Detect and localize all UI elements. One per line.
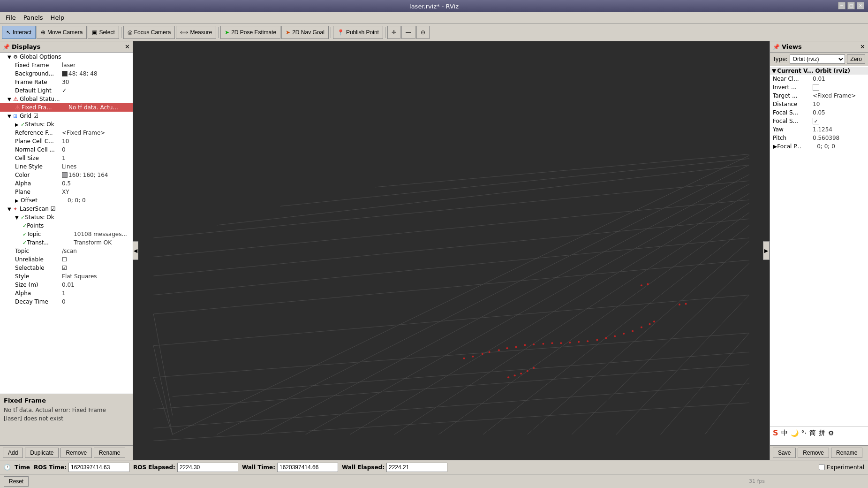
grid-offset-row[interactable]: ▶ Offset 0; 0; 0	[0, 196, 133, 205]
nav-goal-button[interactable]: ➤ 2D Nav Goal	[281, 26, 329, 39]
select-button[interactable]: ▣ Select	[88, 26, 119, 39]
laser-selectable-row[interactable]: Selectable ☑	[0, 264, 133, 272]
pitch-row[interactable]: Pitch 0.560398	[770, 134, 868, 142]
focal-shape-fixed-label: Focal S...	[773, 118, 813, 124]
maximize-button[interactable]: □	[847, 2, 855, 9]
grid-status-row[interactable]: ▶ ✓ Status: Ok	[0, 120, 133, 129]
views-type-label: Type:	[773, 56, 788, 62]
focal-point-row[interactable]: ▶ Focal P... 0; 0; 0	[770, 142, 868, 151]
titlebar-controls[interactable]: ─ □ ✕	[838, 2, 864, 9]
focal-shape-fixed-row[interactable]: Focal S...	[770, 117, 868, 125]
left-panel-collapse[interactable]: ◀	[133, 241, 138, 260]
views-type-select[interactable]: Orbit (rviz)	[790, 54, 845, 64]
ros-time-input[interactable]	[68, 463, 129, 472]
global-status-row[interactable]: ▼ ⚠ Global Statu...	[0, 95, 133, 103]
ime-moon[interactable]: 🌙	[791, 429, 799, 437]
background-row[interactable]: Background... 48; 48; 48	[0, 69, 133, 78]
menu-panels[interactable]: Panels	[20, 13, 47, 22]
views-close-icon[interactable]: ✕	[860, 43, 865, 50]
grid-alpha-row[interactable]: Alpha 0.5	[0, 179, 133, 188]
duplicate-button[interactable]: Duplicate	[25, 448, 59, 458]
grid-plane-row[interactable]: Plane XY	[0, 188, 133, 196]
focus-camera-button[interactable]: ◎ Focus Camera	[123, 26, 175, 39]
close-button[interactable]: ✕	[857, 2, 864, 9]
pin-icon-views: 📌	[773, 44, 780, 50]
menu-help[interactable]: Help	[47, 13, 68, 22]
rename-button[interactable]: Rename	[94, 448, 125, 458]
laser-transform-row[interactable]: ✓ Transf... Transform OK	[0, 238, 133, 247]
wall-elapsed-input[interactable]	[386, 463, 447, 472]
ime-simplified[interactable]: 简	[809, 429, 816, 437]
laser-points-row[interactable]: ✓ Points	[0, 221, 133, 230]
experimental-checkbox[interactable]	[819, 464, 825, 470]
fixed-frame-row[interactable]: Fixed Frame laser	[0, 61, 133, 69]
zero-button[interactable]: Zero	[847, 54, 865, 64]
reference-frame-value: <Fixed Frame>	[62, 130, 105, 136]
laser-scan-row[interactable]: ▼ ✦ LaserScan ☑	[0, 205, 133, 213]
invert-row[interactable]: Invert ...	[770, 83, 868, 92]
laser-alpha-row[interactable]: Alpha 1	[0, 289, 133, 297]
displays-close-icon[interactable]: ✕	[125, 43, 130, 50]
views-rename-button[interactable]: Rename	[831, 448, 862, 458]
extra-btn-2[interactable]: —	[401, 26, 415, 39]
measure-button[interactable]: ⟺ Measure	[176, 26, 216, 39]
yaw-row[interactable]: Yaw 1.1254	[770, 125, 868, 134]
move-camera-button[interactable]: ⊕ Move Camera	[37, 26, 87, 39]
global-status-arrow: ▼	[8, 97, 13, 102]
svg-point-52	[679, 304, 680, 305]
line-style-row[interactable]: Line Style Lines	[0, 162, 133, 171]
laser-topic-row[interactable]: Topic /scan	[0, 247, 133, 255]
grid-color-row[interactable]: Color 160; 160; 164	[0, 171, 133, 179]
ime-settings[interactable]: ⚙	[828, 429, 834, 437]
laser-decay-row[interactable]: Decay Time 0	[0, 297, 133, 306]
viewport-right-collapse[interactable]: ▶	[763, 241, 770, 260]
remove-button[interactable]: Remove	[60, 448, 92, 458]
minimize-button[interactable]: ─	[838, 2, 845, 9]
normal-cell-count-row[interactable]: Normal Cell ... 0	[0, 145, 133, 154]
current-view-section[interactable]: ▼ Current V... Orbit (rviz)	[770, 67, 868, 75]
menu-file[interactable]: File	[2, 13, 20, 22]
distance-row[interactable]: Distance 10	[770, 100, 868, 108]
pose-estimate-button[interactable]: ➤ 2D Pose Estimate	[220, 26, 280, 39]
ime-pinyin[interactable]: 拼	[819, 429, 825, 437]
wall-time-input[interactable]	[277, 463, 338, 472]
plane-cell-count-row[interactable]: Plane Cell C... 10	[0, 137, 133, 145]
ros-elapsed-input[interactable]	[177, 463, 238, 472]
grid-row[interactable]: ▼ ⊞ Grid ☑	[0, 112, 133, 120]
laser-topic-msg-row[interactable]: ✓ Topic 10108 messages...	[0, 230, 133, 238]
interact-button[interactable]: ↖ Interact	[2, 26, 36, 39]
laser-unreliable-row[interactable]: Unreliable ☐	[0, 255, 133, 264]
ime-chinese[interactable]: 中	[781, 429, 788, 437]
displays-content[interactable]: ▼ ⚙ Global Options Fixed Frame laser Bac…	[0, 53, 133, 394]
frame-rate-row[interactable]: Frame Rate 30	[0, 78, 133, 86]
default-light-row[interactable]: Default Light ✓	[0, 86, 133, 95]
focal-shape-fixed-checkbox[interactable]	[813, 118, 819, 124]
background-label: Background...	[15, 70, 62, 77]
viewport[interactable]: ▶	[133, 41, 770, 460]
reference-frame-row[interactable]: Reference F... <Fixed Frame>	[0, 129, 133, 137]
ime-degree[interactable]: °·	[801, 429, 807, 437]
reset-button[interactable]: Reset	[4, 476, 29, 487]
svg-point-57	[507, 376, 509, 378]
target-frame-row[interactable]: Target ... <Fixed Frame>	[770, 92, 868, 100]
fixed-frame-error-row[interactable]: ⚠ Fixed Fra... No tf data. Actu...	[0, 103, 133, 112]
focal-size-row[interactable]: Focal S... 0.05	[770, 108, 868, 117]
cell-size-row[interactable]: Cell Size 1	[0, 154, 133, 162]
global-options-row[interactable]: ▼ ⚙ Global Options	[0, 53, 133, 61]
laser-scan-status-row[interactable]: ▼ ✓ Status: Ok	[0, 213, 133, 221]
laser-style-row[interactable]: Style Flat Squares	[0, 272, 133, 281]
extra-btn-1[interactable]: ✛	[387, 26, 400, 39]
publish-point-button[interactable]: 📍 Publish Point	[333, 26, 383, 39]
grid-checkbox[interactable]: ☑	[33, 113, 38, 119]
svg-point-54	[463, 358, 465, 359]
add-button[interactable]: Add	[3, 448, 23, 458]
views-save-button[interactable]: Save	[773, 448, 796, 458]
svg-point-61	[533, 367, 535, 369]
invert-checkbox[interactable]	[813, 84, 819, 91]
near-clip-row[interactable]: Near Cl... 0.01	[770, 75, 868, 83]
views-remove-button[interactable]: Remove	[798, 448, 829, 458]
svg-line-7	[483, 225, 749, 435]
laser-size-row[interactable]: Size (m) 0.01	[0, 281, 133, 289]
laser-scan-checkbox[interactable]: ☑	[51, 206, 56, 212]
extra-btn-3[interactable]: ⊙	[416, 26, 430, 39]
